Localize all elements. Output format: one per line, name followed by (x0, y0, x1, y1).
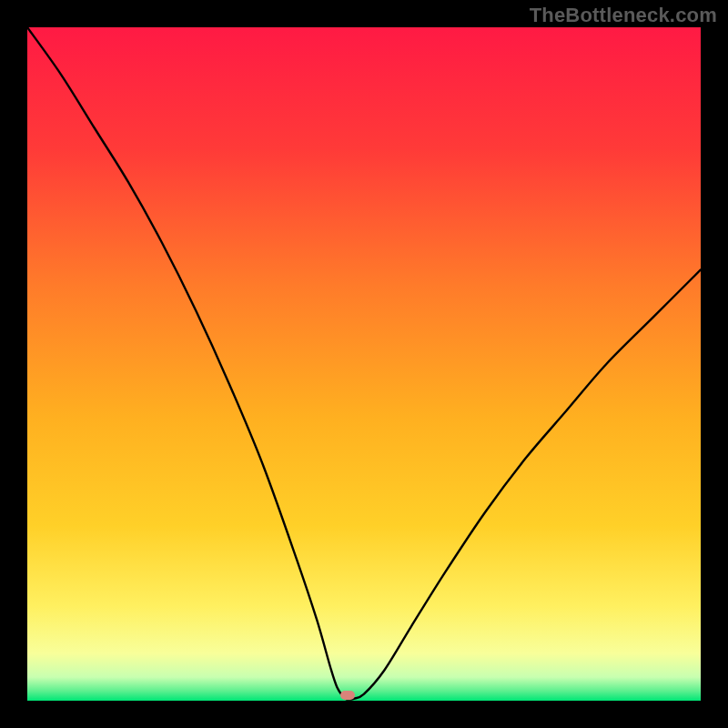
optimum-marker (340, 691, 355, 700)
chart-frame: TheBottleneck.com (0, 0, 728, 728)
gradient-background (27, 27, 701, 701)
plot-svg (27, 27, 701, 701)
plot-area (27, 27, 701, 701)
watermark-label: TheBottleneck.com (530, 4, 717, 27)
